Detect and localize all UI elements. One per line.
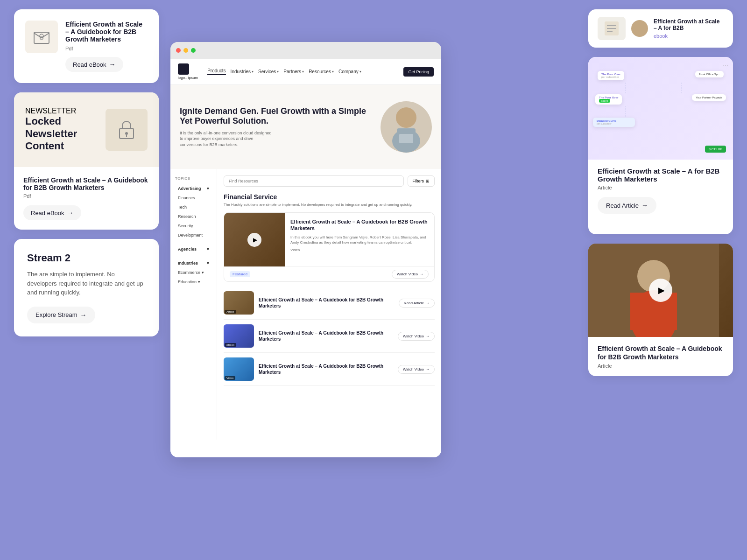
sidebar-education[interactable]: Education ▾ <box>175 278 212 286</box>
explore-stream-button[interactable]: Explore Stream → <box>27 307 95 323</box>
ebook-card-1-type: Pdf <box>65 46 148 51</box>
newsletter-badge: NEWSLETTER <box>25 107 106 115</box>
doc-icon <box>602 19 621 38</box>
play-button[interactable]: ▶ <box>247 233 261 247</box>
featured-footer: Featured Watch Video → <box>224 266 434 281</box>
top-right-type: ebook <box>654 33 724 39</box>
svg-point-6 <box>396 107 416 128</box>
featured-tag: Featured <box>230 271 250 277</box>
sidebar-advertising-group: Advertising ▾ Finances Tech Research Sec… <box>175 184 212 239</box>
connection-lines <box>588 57 733 160</box>
sidebar-industries[interactable]: Industries ▾ <box>175 259 212 267</box>
video-play-button[interactable]: ▶ <box>649 279 672 302</box>
person-avatar-icon <box>383 101 430 153</box>
ebook-card-1: Efficient Growth at Scale – A Guidebook … <box>14 9 159 83</box>
site-logo: logo– ipsum <box>178 63 198 80</box>
envelope-lock-icon <box>32 28 51 46</box>
maximize-dot[interactable] <box>191 48 196 53</box>
arrow-icon-1: → <box>109 61 116 68</box>
ebook-card-1-content: Efficient Growth at Scale – A Guidebook … <box>65 21 148 72</box>
chevron-down-icon-2: ▾ <box>207 247 209 252</box>
section-desc: The Hushly solutions are simple to imple… <box>224 203 435 207</box>
arrow-icon-list-1: → <box>426 301 430 305</box>
nav-company[interactable]: Company ▾ <box>338 68 361 75</box>
list-thumb-2: eBook <box>224 324 254 348</box>
sidebar-agencies[interactable]: Agencies ▾ <box>175 245 212 253</box>
ebook-card-1-title: Efficient Growth at Scale – A Guidebook … <box>65 21 148 43</box>
sidebar-advertising[interactable]: Advertising ▾ <box>175 184 212 193</box>
browser-window: logo– ipsum Products Industries ▾ Servic… <box>170 42 441 457</box>
stream-description: The are simple to implement. No develope… <box>27 270 146 297</box>
nav-resources[interactable]: Resources ▾ <box>309 68 334 75</box>
browser-content: logo– ipsum Products Industries ▾ Servic… <box>170 59 441 457</box>
minimize-dot[interactable] <box>183 48 188 53</box>
hero-title: Ignite Demand Gen. Fuel Growth with a Si… <box>180 106 373 126</box>
chevron-icon: ▾ <box>252 70 254 74</box>
list-item-title-2: Efficient Growth at Scale – A Guidebook … <box>259 330 393 342</box>
left-column: Efficient Growth at Scale – A Guidebook … <box>14 9 159 336</box>
filters-button[interactable]: Filters ⊞ <box>408 175 435 187</box>
featured-card: ▶ Efficient Growth at Scale – A Guideboo… <box>224 212 435 282</box>
topics-label: TOPICS <box>175 176 212 181</box>
chevron-right-icon-2: ▾ <box>198 280 200 284</box>
locked-newsletter-title: Locked Newsletter Content <box>25 115 106 152</box>
locked-top-section: NEWSLETTER Locked Newsletter Content <box>14 92 159 167</box>
watch-video-button-2[interactable]: Watch Video → <box>398 332 435 341</box>
hero-description: It is the only all-in-one conversion clo… <box>180 130 273 148</box>
sidebar-ecommerce[interactable]: Ecommerce ▾ <box>175 268 212 277</box>
locked-newsletter-card: NEWSLETTER Locked Newsletter Content Eff… <box>14 92 159 230</box>
video-card-type: Article <box>598 363 724 369</box>
chevron-down-icon-3: ▾ <box>207 261 209 266</box>
search-input[interactable] <box>224 175 404 187</box>
sidebar-development[interactable]: Development <box>175 231 212 239</box>
site-nav: logo– ipsum Products Industries ▾ Servic… <box>170 59 441 85</box>
svg-rect-9 <box>399 134 413 143</box>
nav-industries[interactable]: Industries ▾ <box>231 68 254 75</box>
list-item-title-1: Efficient Growth at Scale – A Guidebook … <box>259 297 394 309</box>
workflow-type: Article <box>598 185 724 190</box>
site-hero: Ignite Demand Gen. Fuel Growth with a Si… <box>170 85 441 169</box>
sidebar-finances[interactable]: Finances <box>175 194 212 202</box>
right-column: Efficient Growth at Scale – A for B2B eb… <box>588 9 733 376</box>
sidebar-tech[interactable]: Tech <box>175 203 212 211</box>
list-item-title-3: Efficient Growth at Scale – A Guidebook … <box>259 363 393 375</box>
nav-products[interactable]: Products <box>207 68 226 75</box>
list-item-2: eBook Efficient Growth at Scale – A Guid… <box>224 320 435 353</box>
featured-description: In this ebook you will here from Sangram… <box>290 235 429 245</box>
watch-video-button-3[interactable]: Watch Video → <box>398 365 435 374</box>
top-right-info: Efficient Growth at Scale – A for B2B eb… <box>654 18 724 39</box>
read-ebook-button-1[interactable]: Read eBook → <box>65 57 123 72</box>
article-badge-1: Article <box>225 310 236 314</box>
chevron-icon-3: ▾ <box>302 70 304 74</box>
nav-partners[interactable]: Partners ▾ <box>283 68 304 75</box>
list-thumb-1: Article <box>224 291 254 315</box>
video-bg: ▶ <box>588 244 733 337</box>
video-card-right: ▶ Efficient Growth at Scale – A Guideboo… <box>588 244 733 376</box>
close-dot[interactable] <box>176 48 181 53</box>
list-item-1: Article Efficient Growth at Scale – A Gu… <box>224 287 435 320</box>
arrow-icon-2: → <box>67 209 74 217</box>
read-ebook-button-2[interactable]: Read eBook → <box>23 205 81 220</box>
sidebar-security[interactable]: Security <box>175 222 212 230</box>
nav-services[interactable]: Services ▾ <box>258 68 279 75</box>
hero-avatar <box>381 101 432 153</box>
featured-thumbnail: ▶ <box>224 213 285 266</box>
list-item-info-1: Efficient Growth at Scale – A Guidebook … <box>259 297 394 309</box>
nav-items: Products Industries ▾ Services ▾ Partner… <box>207 68 398 75</box>
read-article-button-1[interactable]: Read Article → <box>399 299 435 308</box>
sidebar-industries-group: Industries ▾ Ecommerce ▾ Education ▾ <box>175 259 212 286</box>
arrow-icon-featured: → <box>420 272 423 276</box>
top-right-title: Efficient Growth at Scale – A for B2B <box>654 18 724 31</box>
get-pricing-button[interactable]: Get Pricing <box>403 67 434 77</box>
arrow-icon-3: → <box>80 311 87 319</box>
lock-icon-wrap <box>106 109 148 151</box>
watch-video-button-featured[interactable]: Watch Video → <box>392 270 429 279</box>
chevron-icon-5: ▾ <box>359 70 361 74</box>
workflow-visual: The Pour Over per subscriber Front Offic… <box>588 57 733 160</box>
filter-icon: ⊞ <box>426 179 430 183</box>
hero-text: Ignite Demand Gen. Fuel Growth with a Si… <box>180 106 373 148</box>
section-title: Financial Service <box>224 193 435 201</box>
arrow-icon-list-2: → <box>426 334 430 338</box>
sidebar-research[interactable]: Research <box>175 212 212 221</box>
read-article-button-right[interactable]: Read Article → <box>598 197 656 214</box>
